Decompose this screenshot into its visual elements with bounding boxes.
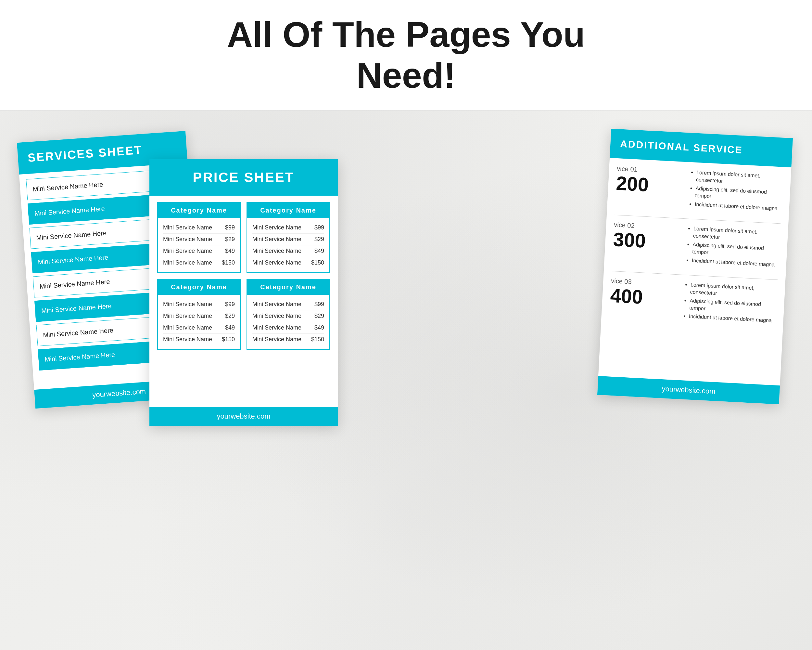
price-item: Mini Service Name$29 [163, 234, 235, 245]
main-title: All Of The Pages You Need! [227, 14, 585, 96]
add-service-left: vice 01 200 [615, 165, 683, 197]
header-area: All Of The Pages You Need! [0, 0, 812, 110]
price-sheet-card: PRICE SHEET Category Name Mini Service N… [150, 159, 338, 426]
price-item: Mini Service Name$49 [252, 245, 324, 257]
additional-service-card: ADDITIONAL SERVICE vice 01 200 [597, 129, 793, 404]
add-service-price: 400 [610, 286, 677, 309]
price-item: Mini Service Name$29 [252, 234, 324, 245]
price-body: Category Name Mini Service Name$99 Mini … [150, 196, 338, 356]
price-item: Mini Service Name$99 [163, 222, 235, 234]
price-category: Category Name Mini Service Name$99 Mini … [157, 279, 241, 350]
price-item: Mini Service Name$29 [252, 310, 324, 322]
additional-body: vice 01 200 Lorem ipsum dolor sit amet, … [601, 158, 791, 343]
category-header: Category Name [158, 280, 240, 295]
category-body: Mini Service Name$99 Mini Service Name$2… [247, 218, 329, 272]
category-body: Mini Service Name$99 Mini Service Name$2… [247, 295, 329, 349]
price-item: Mini Service Name$99 [252, 299, 324, 310]
price-category: Category Name Mini Service Name$99 Mini … [247, 202, 330, 273]
price-item: Mini Service Name$49 [163, 245, 235, 257]
add-service-price: 300 [612, 230, 680, 253]
price-item: Mini Service Name$49 [252, 322, 324, 334]
price-item: Mini Service Name$150 [163, 334, 235, 345]
price-item: Mini Service Name$29 [163, 310, 235, 322]
category-header: Category Name [247, 280, 329, 295]
title-line1: All Of The Pages You [227, 14, 585, 54]
price-category: Category Name Mini Service Name$99 Mini … [157, 202, 241, 273]
price-item: Mini Service Name$150 [252, 334, 324, 345]
additional-service-title: ADDITIONAL SERVICE [620, 138, 743, 155]
add-service-right: Lorem ipsum dolor sit amet, consectetur … [682, 281, 777, 326]
price-item: Mini Service Name$99 [163, 299, 235, 310]
cards-area: SERVICES SHEET Mini Service Name Here $9… [0, 117, 812, 650]
additional-service-footer: yourwebsite.com [597, 376, 780, 404]
title-line2: Need! [356, 55, 456, 95]
additional-service-item: vice 01 200 Lorem ipsum dolor sit amet, … [615, 165, 783, 214]
add-service-left: vice 02 300 [612, 221, 681, 253]
add-service-right: Lorem ipsum dolor sit amet, consectetur … [685, 225, 780, 270]
additional-service-item: vice 02 300 Lorem ipsum dolor sit amet, … [612, 221, 780, 270]
services-sheet-title: SERVICES SHEET [27, 143, 143, 164]
price-sheet-title: PRICE SHEET [192, 170, 294, 185]
price-item: Mini Service Name$150 [252, 257, 324, 268]
price-sheet-footer: yourwebsite.com [150, 407, 338, 426]
price-sheet-header: PRICE SHEET [150, 159, 338, 196]
category-body: Mini Service Name$99 Mini Service Name$2… [158, 295, 240, 349]
add-service-price: 200 [615, 174, 683, 197]
price-category: Category Name Mini Service Name$99 Mini … [247, 279, 330, 350]
price-item: Mini Service Name$49 [163, 322, 235, 334]
price-item: Mini Service Name$150 [163, 257, 235, 268]
page-container: All Of The Pages You Need! SERVICES SHEE… [0, 0, 812, 650]
category-body: Mini Service Name$99 Mini Service Name$2… [158, 218, 240, 272]
add-service-left: vice 03 400 [610, 277, 678, 309]
add-service-right: Lorem ipsum dolor sit amet, consectetur … [688, 169, 783, 214]
category-header: Category Name [247, 203, 329, 218]
price-item: Mini Service Name$99 [252, 222, 324, 234]
additional-service-item: vice 03 400 Lorem ipsum dolor sit amet, … [609, 277, 777, 326]
category-header: Category Name [158, 203, 240, 218]
